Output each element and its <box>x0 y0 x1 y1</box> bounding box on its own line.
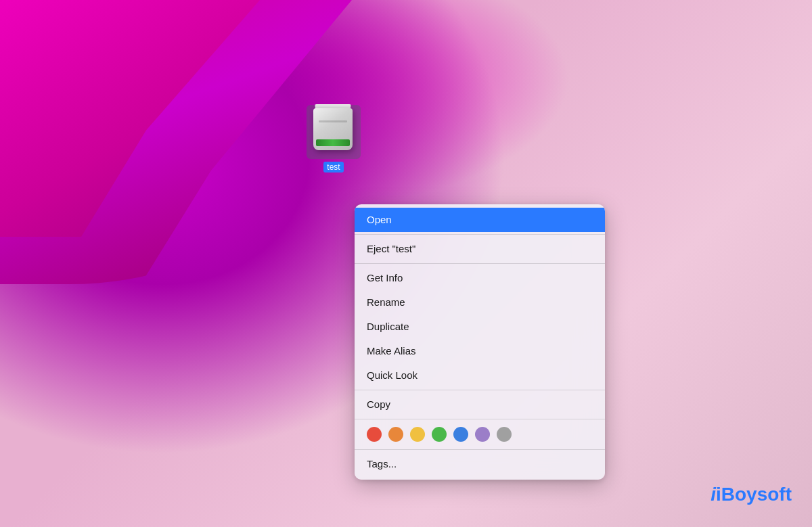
menu-item-tags[interactable]: Tags... <box>355 452 605 476</box>
menu-item-rename[interactable]: Rename <box>355 290 605 315</box>
icon-label: test <box>323 162 343 173</box>
menu-item-copy[interactable]: Copy <box>355 392 605 417</box>
color-dot-orange[interactable] <box>388 427 403 442</box>
menu-item-make-alias[interactable]: Make Alias <box>355 339 605 363</box>
separator-2 <box>355 263 605 264</box>
menu-item-get-info[interactable]: Get Info <box>355 266 605 290</box>
separator-5 <box>355 449 605 450</box>
menu-item-open[interactable]: Open <box>355 208 605 232</box>
disk-drive-icon <box>313 108 354 156</box>
menu-item-quick-look[interactable]: Quick Look <box>355 363 605 388</box>
color-dots-row <box>355 421 605 447</box>
menu-item-duplicate[interactable]: Duplicate <box>355 315 605 339</box>
separator-1 <box>355 234 605 235</box>
color-dot-green[interactable] <box>432 427 447 442</box>
iboysoft-watermark: iiBoysoft <box>710 484 792 505</box>
color-dot-gray[interactable] <box>497 427 512 442</box>
separator-3 <box>355 390 605 390</box>
color-dot-yellow[interactable] <box>410 427 425 442</box>
separator-4 <box>355 419 605 419</box>
menu-item-eject[interactable]: Eject "test" <box>355 237 605 261</box>
desktop-icon-test[interactable]: test <box>303 105 364 173</box>
icon-image <box>307 105 361 159</box>
color-dot-purple[interactable] <box>475 427 490 442</box>
color-dot-red[interactable] <box>367 427 382 442</box>
context-menu: Open Eject "test" Get Info Rename Duplic… <box>355 204 605 480</box>
color-dot-blue[interactable] <box>453 427 468 442</box>
